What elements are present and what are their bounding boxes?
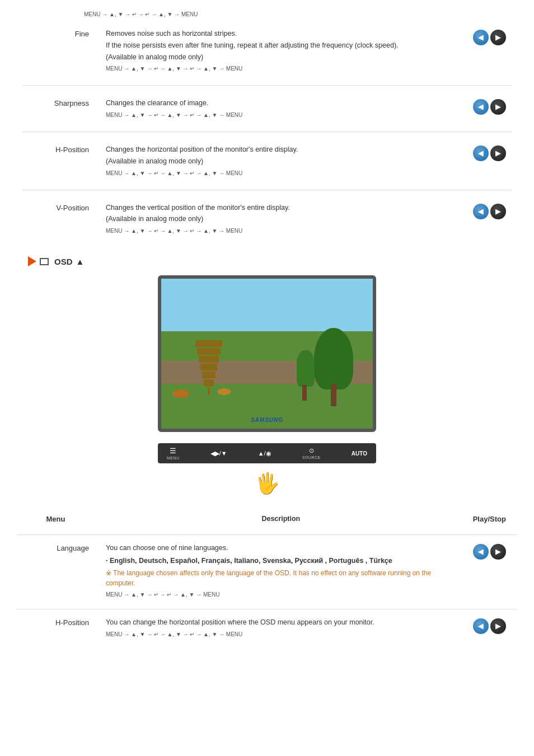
menu-path: MENU → ▲, ▼ → ↵ → ▲, ▼ → ↵ → ▲, ▼ → MENU — [106, 227, 456, 235]
control-bar: ☰ MENU ◀▶/▼ ▲/◉ ⊙ SOURCE AUTO — [158, 443, 376, 463]
nav-right-btn[interactable]: ▶ — [490, 99, 506, 115]
setting-ctrl: ◀ ▶ — [462, 140, 517, 182]
nav-icon: ◀▶/▼ — [210, 450, 227, 457]
osd-nav-right-btn[interactable]: ▶ — [490, 544, 506, 560]
menu-path: MENU → ▲, ▼ → ↵ → ▲, ▼ → ↵ → ▲, ▼ → MENU — [106, 64, 456, 73]
settings-row: Fine Removes noise such as horizontal st… — [17, 24, 517, 77]
setting-label: V-Position — [17, 198, 100, 240]
nav-left-btn[interactable]: ◀ — [473, 99, 489, 115]
setting-desc: Changes the clearance of image. MENU → ▲… — [100, 93, 462, 124]
osd-setting-row: Language You can choose one of nine lang… — [17, 538, 517, 604]
nav-right-btn[interactable]: ▶ — [490, 145, 506, 161]
settings-row: Sharpness Changes the clearance of image… — [17, 93, 517, 124]
osd-section-header: OSD ▲ — [28, 256, 517, 266]
source-label: SOURCE — [302, 456, 321, 459]
menu-path-top: MENU → ▲, ▼ → ↵ → ↵ → ▲, ▼ → MENU — [17, 11, 517, 17]
setting-label: H-Position — [17, 140, 100, 182]
osd-rows: Language You can choose one of nine lang… — [17, 538, 517, 643]
brightness-icon: ▲/◉ — [258, 450, 271, 457]
menu-path: MENU → ▲, ▼ → ↵ → ▲, ▼ → ↵ → ▲, ▼ → MENU — [106, 111, 456, 119]
osd-label: OSD — [54, 257, 73, 266]
rect-icon — [40, 258, 49, 265]
osd-table-header-row: Menu Description Play/Stop — [17, 509, 517, 535]
monitor-frame: SAMSUNG · · · · — [158, 275, 376, 432]
osd-menu-path: MENU → ▲, ▼ → ↵ → ▲, ▼ → ↵ → ▲, ▼ → MENU — [106, 630, 456, 638]
monitor-screen: SAMSUNG · · · · — [161, 279, 373, 429]
nav-left-btn[interactable]: ◀ — [473, 145, 489, 161]
osd-header-menu: Menu — [17, 509, 100, 529]
setting-ctrl: ◀ ▶ — [462, 24, 517, 77]
osd-header-desc: Description — [100, 509, 462, 529]
osd-nav-left-btn[interactable]: ◀ — [473, 618, 489, 634]
ctrl-menu: ☰ MENU — [167, 447, 180, 460]
menu-path: MENU → ▲, ▼ → ↵ → ▲, ▼ → ↵ → ▲, ▼ → MENU — [106, 169, 456, 177]
settings-row: V-Position Changes the vertical position… — [17, 198, 517, 240]
setting-desc: Removes noise such as horizontal stripes… — [100, 24, 462, 77]
monitor-dots: · · · · — [259, 423, 275, 427]
hand-area: 🖐 — [158, 469, 376, 498]
ctrl-auto: AUTO — [352, 450, 367, 457]
osd-desc-cell: You can choose one of nine languages.· E… — [100, 538, 462, 604]
tree-right — [311, 328, 356, 406]
ctrl-brightness: ▲/◉ — [258, 450, 271, 457]
osd-setting-row: H-Position You can change the horizontal… — [17, 613, 517, 643]
nav-left-btn[interactable]: ◀ — [473, 204, 489, 219]
osd-ctrl-cell: ◀ ▶ — [462, 538, 517, 604]
nav-right-btn[interactable]: ▶ — [490, 204, 506, 219]
osd-arrow: ▲ — [76, 257, 85, 266]
osd-desc-cell: You can change the horizontal position w… — [100, 613, 462, 643]
osd-label-cell: H-Position — [17, 613, 100, 643]
osd-header-ctrl: Play/Stop — [462, 509, 517, 529]
auto-label: AUTO — [352, 450, 367, 457]
pagoda — [195, 339, 223, 395]
osd-label-cell: Language — [17, 538, 100, 604]
ctrl-source: ⊙ SOURCE — [302, 447, 321, 459]
osd-ctrl-cell: ◀ ▶ — [462, 613, 517, 643]
samsung-logo: SAMSUNG — [251, 417, 283, 423]
monitor-container: SAMSUNG · · · · — [158, 275, 376, 432]
settings-table: Fine Removes noise such as horizontal st… — [17, 24, 517, 240]
nav-right-btn[interactable]: ▶ — [490, 30, 506, 45]
hand-icon: 🖐 — [255, 472, 280, 495]
osd-menu-path: MENU → ▲, ▼ → ↵ → ↵ → ▲, ▼ → MENU — [106, 590, 456, 599]
setting-ctrl: ◀ ▶ — [462, 198, 517, 240]
menu-icon: ☰ — [170, 447, 176, 455]
play-icon — [28, 256, 36, 266]
setting-label: Sharpness — [17, 93, 100, 124]
settings-row: H-Position Changes the horizontal positi… — [17, 140, 517, 182]
source-icon: ⊙ — [309, 447, 314, 454]
menu-label: MENU — [167, 456, 180, 460]
setting-ctrl: ◀ ▶ — [462, 93, 517, 124]
setting-label: Fine — [17, 24, 100, 77]
setting-desc: Changes the horizontal position of the m… — [100, 140, 462, 182]
ctrl-nav: ◀▶/▼ — [210, 450, 227, 457]
osd-nav-left-btn[interactable]: ◀ — [473, 544, 489, 560]
setting-desc: Changes the vertical position of the mon… — [100, 198, 462, 240]
osd-nav-right-btn[interactable]: ▶ — [490, 618, 506, 634]
nav-left-btn[interactable]: ◀ — [473, 30, 489, 45]
